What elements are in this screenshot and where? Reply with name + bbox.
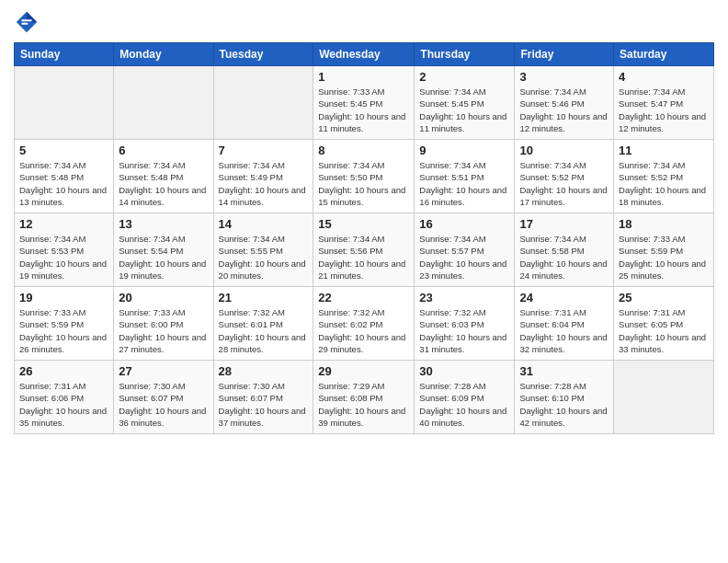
- sunrise-text: Sunrise: 7:33 AM: [318, 86, 384, 97]
- sunrise-text: Sunrise: 7:28 AM: [419, 381, 485, 391]
- sunset-text: Sunset: 5:48 PM: [19, 172, 84, 182]
- calendar-table: SundayMondayTuesdayWednesdayThursdayFrid…: [14, 42, 714, 434]
- calendar-week-2: 5 Sunrise: 7:34 AM Sunset: 5:48 PM Dayli…: [15, 140, 714, 213]
- calendar-cell: [114, 66, 213, 140]
- sunrise-text: Sunrise: 7:34 AM: [419, 86, 485, 97]
- daylight-text: Daylight: 10 hours and 35 minutes.: [19, 406, 107, 428]
- day-number: 10: [519, 144, 609, 157]
- calendar-cell: 23 Sunrise: 7:32 AM Sunset: 6:03 PM Dayl…: [415, 287, 515, 361]
- sunset-text: Sunset: 6:08 PM: [318, 393, 382, 403]
- calendar-cell: 1 Sunrise: 7:33 AM Sunset: 5:45 PM Dayli…: [313, 66, 415, 140]
- sunrise-text: Sunrise: 7:32 AM: [318, 307, 384, 317]
- day-info: Sunrise: 7:28 AM Sunset: 6:10 PM Dayligh…: [519, 380, 609, 429]
- sunset-text: Sunset: 6:03 PM: [419, 319, 483, 329]
- sunset-text: Sunset: 5:57 PM: [419, 246, 483, 256]
- day-number: 13: [119, 217, 208, 231]
- day-number: 17: [519, 217, 609, 231]
- day-info: Sunrise: 7:28 AM Sunset: 6:09 PM Dayligh…: [419, 380, 509, 429]
- daylight-text: Daylight: 10 hours and 19 minutes.: [19, 259, 107, 281]
- weekday-header-friday: Friday: [515, 43, 614, 66]
- sunrise-text: Sunrise: 7:34 AM: [318, 160, 384, 170]
- calendar-cell: 20 Sunrise: 7:33 AM Sunset: 6:00 PM Dayl…: [114, 287, 213, 361]
- day-info: Sunrise: 7:34 AM Sunset: 5:50 PM Dayligh…: [318, 159, 409, 208]
- day-number: 4: [619, 70, 709, 84]
- sunset-text: Sunset: 6:07 PM: [119, 393, 183, 403]
- day-info: Sunrise: 7:30 AM Sunset: 6:07 PM Dayligh…: [219, 380, 309, 429]
- calendar-cell: 10 Sunrise: 7:34 AM Sunset: 5:52 PM Dayl…: [515, 140, 614, 213]
- sunset-text: Sunset: 6:01 PM: [219, 319, 283, 329]
- daylight-text: Daylight: 10 hours and 12 minutes.: [619, 111, 706, 133]
- daylight-text: Daylight: 10 hours and 26 minutes.: [19, 332, 107, 354]
- day-number: 9: [419, 144, 509, 157]
- sunrise-text: Sunrise: 7:34 AM: [419, 234, 485, 244]
- day-info: Sunrise: 7:34 AM Sunset: 5:53 PM Dayligh…: [19, 233, 108, 282]
- weekday-header-sunday: Sunday: [15, 43, 114, 66]
- sunset-text: Sunset: 5:56 PM: [318, 246, 382, 256]
- day-info: Sunrise: 7:32 AM Sunset: 6:02 PM Dayligh…: [318, 306, 409, 355]
- day-number: 6: [119, 144, 208, 157]
- calendar-cell: 6 Sunrise: 7:34 AM Sunset: 5:48 PM Dayli…: [114, 140, 213, 213]
- sunrise-text: Sunrise: 7:34 AM: [519, 160, 586, 170]
- calendar-cell: 12 Sunrise: 7:34 AM Sunset: 5:53 PM Dayl…: [15, 213, 114, 287]
- day-info: Sunrise: 7:29 AM Sunset: 6:08 PM Dayligh…: [318, 380, 409, 429]
- day-info: Sunrise: 7:34 AM Sunset: 5:48 PM Dayligh…: [119, 159, 208, 208]
- day-info: Sunrise: 7:31 AM Sunset: 6:05 PM Dayligh…: [619, 306, 709, 355]
- daylight-text: Daylight: 10 hours and 19 minutes.: [119, 259, 206, 281]
- weekday-header-thursday: Thursday: [415, 43, 515, 66]
- sunrise-text: Sunrise: 7:31 AM: [19, 381, 85, 391]
- sunset-text: Sunset: 6:07 PM: [219, 393, 283, 403]
- day-number: 12: [19, 217, 108, 231]
- day-number: 25: [619, 291, 709, 304]
- day-number: 15: [318, 217, 409, 231]
- header: [14, 9, 714, 35]
- daylight-text: Daylight: 10 hours and 29 minutes.: [318, 332, 405, 354]
- calendar-cell: 7 Sunrise: 7:34 AM Sunset: 5:49 PM Dayli…: [213, 140, 313, 213]
- day-number: 16: [419, 217, 509, 231]
- calendar-cell: 17 Sunrise: 7:34 AM Sunset: 5:58 PM Dayl…: [515, 213, 614, 287]
- calendar-cell: 26 Sunrise: 7:31 AM Sunset: 6:06 PM Dayl…: [15, 361, 114, 434]
- calendar-cell: 4 Sunrise: 7:34 AM Sunset: 5:47 PM Dayli…: [614, 66, 714, 140]
- day-info: Sunrise: 7:34 AM Sunset: 5:47 PM Dayligh…: [619, 86, 709, 134]
- day-number: 2: [419, 70, 509, 84]
- day-info: Sunrise: 7:34 AM Sunset: 5:49 PM Dayligh…: [219, 159, 309, 208]
- sunrise-text: Sunrise: 7:34 AM: [318, 234, 384, 244]
- calendar-cell: 9 Sunrise: 7:34 AM Sunset: 5:51 PM Dayli…: [415, 140, 515, 213]
- sunrise-text: Sunrise: 7:34 AM: [419, 160, 485, 170]
- page-container: SundayMondayTuesdayWednesdayThursdayFrid…: [0, 0, 728, 443]
- day-number: 28: [219, 364, 309, 378]
- day-number: 11: [619, 144, 709, 157]
- calendar-cell: 8 Sunrise: 7:34 AM Sunset: 5:50 PM Dayli…: [313, 140, 415, 213]
- day-info: Sunrise: 7:34 AM Sunset: 5:52 PM Dayligh…: [519, 159, 609, 208]
- weekday-header-saturday: Saturday: [614, 43, 714, 66]
- day-number: 24: [519, 291, 609, 304]
- day-number: 29: [318, 364, 409, 378]
- sunset-text: Sunset: 5:48 PM: [119, 172, 183, 182]
- calendar-cell: 2 Sunrise: 7:34 AM Sunset: 5:45 PM Dayli…: [415, 66, 515, 140]
- day-info: Sunrise: 7:33 AM Sunset: 5:45 PM Dayligh…: [318, 86, 409, 134]
- day-number: 14: [219, 217, 309, 231]
- svg-rect-3: [21, 23, 28, 25]
- calendar-cell: 21 Sunrise: 7:32 AM Sunset: 6:01 PM Dayl…: [213, 287, 313, 361]
- daylight-text: Daylight: 10 hours and 14 minutes.: [219, 185, 306, 207]
- day-info: Sunrise: 7:34 AM Sunset: 5:55 PM Dayligh…: [219, 233, 309, 282]
- sunset-text: Sunset: 5:52 PM: [519, 172, 584, 182]
- sunset-text: Sunset: 5:53 PM: [19, 246, 84, 256]
- day-number: 20: [119, 291, 208, 304]
- day-info: Sunrise: 7:30 AM Sunset: 6:07 PM Dayligh…: [119, 380, 208, 429]
- calendar-cell: 16 Sunrise: 7:34 AM Sunset: 5:57 PM Dayl…: [415, 213, 515, 287]
- daylight-text: Daylight: 10 hours and 16 minutes.: [419, 185, 506, 207]
- calendar-cell: 30 Sunrise: 7:28 AM Sunset: 6:09 PM Dayl…: [415, 361, 515, 434]
- day-info: Sunrise: 7:34 AM Sunset: 5:56 PM Dayligh…: [318, 233, 409, 282]
- day-number: 30: [419, 364, 509, 378]
- calendar-cell: 28 Sunrise: 7:30 AM Sunset: 6:07 PM Dayl…: [213, 361, 313, 434]
- daylight-text: Daylight: 10 hours and 15 minutes.: [318, 185, 405, 207]
- daylight-text: Daylight: 10 hours and 33 minutes.: [619, 332, 706, 354]
- daylight-text: Daylight: 10 hours and 42 minutes.: [519, 406, 607, 428]
- day-number: 1: [318, 70, 409, 84]
- day-info: Sunrise: 7:34 AM Sunset: 5:57 PM Dayligh…: [419, 233, 509, 282]
- svg-rect-2: [21, 19, 31, 21]
- sunset-text: Sunset: 5:52 PM: [619, 172, 683, 182]
- logo: [14, 9, 43, 35]
- daylight-text: Daylight: 10 hours and 23 minutes.: [419, 259, 506, 281]
- sunrise-text: Sunrise: 7:34 AM: [619, 86, 685, 97]
